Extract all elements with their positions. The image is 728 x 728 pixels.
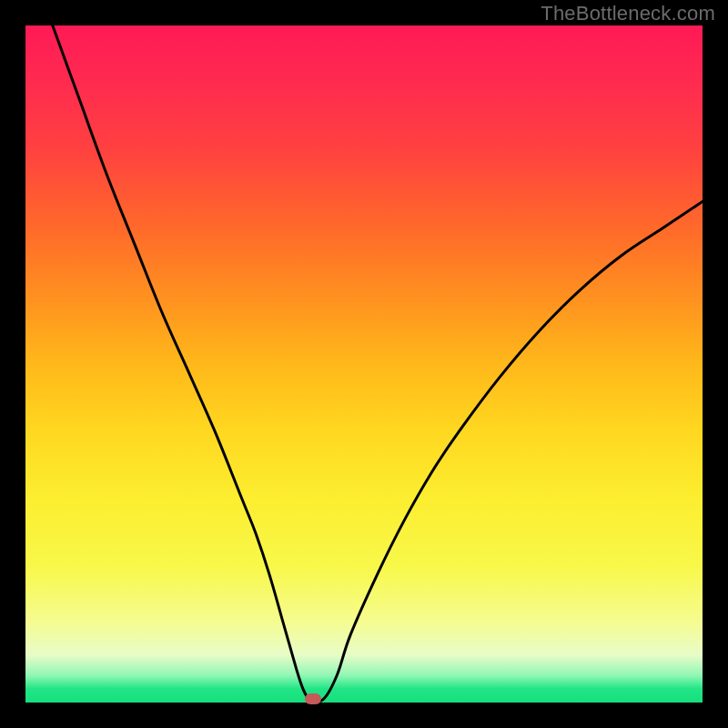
plot-area — [25, 25, 703, 703]
bottleneck-curve-svg — [25, 25, 703, 703]
optimal-point-marker — [305, 693, 321, 704]
watermark-text: TheBottleneck.com — [541, 2, 715, 25]
bottleneck-curve-path — [53, 25, 703, 702]
